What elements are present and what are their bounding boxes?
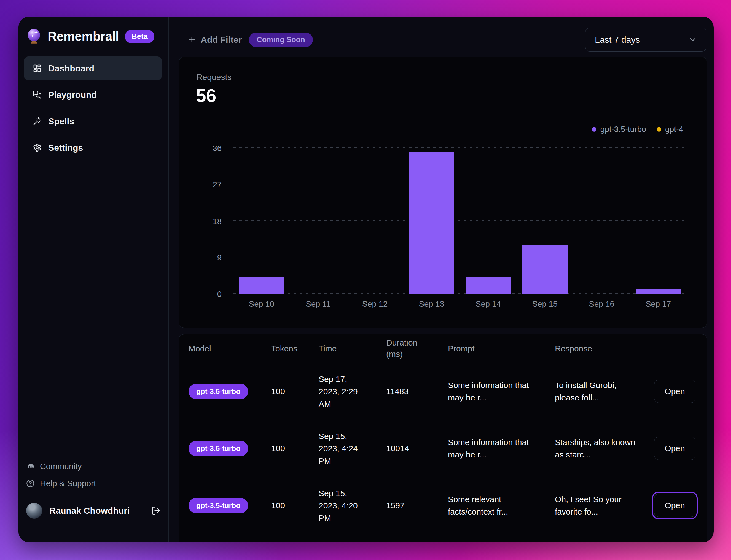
- model-badge: gpt-3.5-turbo: [189, 441, 248, 456]
- column-header-time: Time: [319, 344, 386, 353]
- duration-cell: 11483: [386, 387, 448, 396]
- add-filter-label: Add Filter: [201, 35, 242, 45]
- sidebar-item-label: Spells: [48, 116, 74, 126]
- spells-wand-icon: [33, 117, 42, 126]
- column-header-model: Model: [189, 344, 271, 353]
- model-badge: gpt-3.5-turbo: [189, 384, 248, 399]
- user-profile[interactable]: Raunak Chowdhuri: [26, 503, 161, 519]
- help-support-label: Help & Support: [40, 479, 96, 488]
- x-axis-tick: Sep 12: [346, 300, 403, 309]
- coming-soon-badge: Coming Soon: [249, 33, 313, 47]
- add-filter-button[interactable]: Add Filter: [187, 35, 242, 45]
- sidebar-item-settings[interactable]: Settings: [24, 136, 162, 160]
- bar-slot: [460, 148, 517, 294]
- prompt-cell: Some information that may be r...: [448, 436, 537, 461]
- x-axis-tick: Sep 15: [517, 300, 573, 309]
- open-button[interactable]: Open: [654, 437, 695, 460]
- x-axis-tick: Sep 10: [233, 300, 290, 309]
- sidebar-item-label: Dashboard: [48, 63, 94, 74]
- legend-label: gpt-3.5-turbo: [600, 125, 646, 134]
- legend-dot-purple: [592, 127, 596, 132]
- crystal-ball-logo: [26, 28, 42, 45]
- bar-slot: [290, 148, 347, 294]
- duration-cell: 1597: [386, 501, 448, 510]
- x-axis-tick: Sep 11: [290, 300, 347, 309]
- community-label: Community: [40, 462, 82, 471]
- beta-badge: Beta: [125, 30, 154, 43]
- app-window: Remembrall Beta Dashboard: [18, 17, 714, 542]
- sidebar-item-label: Settings: [48, 143, 83, 153]
- community-link[interactable]: Community: [26, 459, 96, 474]
- prompt-cell: Some relevant facts/context fr...: [448, 493, 537, 518]
- response-cell: Oh, I see! So your favorite fo...: [555, 493, 636, 518]
- sidebar-item-spells[interactable]: Spells: [24, 109, 162, 133]
- tokens-cell: 100: [271, 501, 319, 510]
- app-title: Remembrall: [48, 29, 119, 44]
- legend-label: gpt-4: [665, 125, 683, 134]
- sidebar-item-playground[interactable]: Playground: [24, 83, 162, 107]
- bar: [636, 289, 681, 294]
- help-support-link[interactable]: Help & Support: [26, 476, 96, 491]
- legend-item-gpt-4: gpt-4: [657, 125, 683, 134]
- prompt-cell: Some information that may be r...: [448, 379, 537, 404]
- duration-cell: 10014: [386, 444, 448, 453]
- x-axis-tick: Sep 17: [630, 300, 687, 309]
- bar: [409, 152, 454, 294]
- brand: Remembrall Beta: [26, 28, 154, 45]
- column-header-tokens: Tokens: [271, 344, 319, 353]
- chevron-down-icon: [689, 36, 697, 44]
- bar-slot: [403, 148, 460, 294]
- bars: [233, 148, 687, 294]
- table-header: Model Tokens Time Duration (ms) Prompt R…: [179, 334, 707, 363]
- x-axis-tick: Sep 16: [573, 300, 630, 309]
- bar-slot: [573, 148, 630, 294]
- discord-icon: [26, 462, 34, 470]
- column-header-duration: Duration (ms): [386, 337, 428, 360]
- bar: [522, 245, 568, 294]
- open-button[interactable]: Open: [654, 380, 695, 403]
- table-row: gpt-3.5-turbo 100 Sep 15, 2023, 4:20 PM …: [179, 477, 707, 534]
- y-axis-tick: 27: [189, 180, 222, 189]
- user-name: Raunak Chowdhuri: [49, 506, 144, 516]
- time-cell: Sep 15, 2023, 4:24 PM: [319, 430, 366, 467]
- time-cell: Sep 15, 2023, 4:20 PM: [319, 487, 366, 524]
- sidebar-footer-links: Community Help & Support: [26, 459, 96, 491]
- open-button-focused[interactable]: Open: [654, 494, 695, 517]
- y-axis-tick: 36: [189, 144, 222, 153]
- bar-slot: [346, 148, 403, 294]
- column-header-prompt: Prompt: [448, 344, 555, 353]
- date-range-value: Last 7 days: [595, 35, 640, 45]
- x-axis-tick: Sep 13: [403, 300, 460, 309]
- requests-metric-value: 56: [196, 85, 216, 106]
- chart-legend: gpt-3.5-turbo gpt-4: [592, 125, 683, 134]
- legend-dot-yellow: [657, 127, 661, 132]
- x-axis-labels: Sep 10 Sep 11 Sep 12 Sep 13 Sep 14 Sep 1…: [233, 300, 687, 309]
- table-row: gpt-3.5-turbo 100 Sep 15, 2023, 4:24 PM …: [179, 420, 707, 477]
- desktop-background: Remembrall Beta Dashboard: [0, 0, 731, 560]
- avatar: [26, 503, 42, 519]
- sidebar: Remembrall Beta Dashboard: [18, 17, 169, 542]
- sidebar-nav: Dashboard Playground: [24, 56, 162, 160]
- help-circle-icon: [26, 479, 34, 488]
- bar: [466, 277, 511, 294]
- plus-icon: [187, 35, 196, 44]
- y-axis-tick: 9: [189, 253, 222, 262]
- requests-table-card: Model Tokens Time Duration (ms) Prompt R…: [179, 334, 707, 542]
- bar-slot: [233, 148, 290, 294]
- date-range-select[interactable]: Last 7 days: [585, 28, 706, 52]
- bar-chart-plot: 0 9 18 27 36: [233, 148, 687, 294]
- requests-metric-label: Requests: [197, 72, 232, 82]
- tokens-cell: 100: [271, 444, 319, 453]
- response-cell: Starships, also known as starc...: [555, 436, 636, 461]
- playground-chat-icon: [33, 90, 42, 99]
- y-axis-tick: 0: [189, 290, 222, 299]
- x-axis-tick: Sep 14: [460, 300, 517, 309]
- time-cell: Sep 17, 2023, 2:29 AM: [319, 373, 366, 410]
- bar-slot: [517, 148, 573, 294]
- sidebar-item-dashboard[interactable]: Dashboard: [24, 56, 162, 80]
- logout-icon[interactable]: [151, 506, 161, 515]
- legend-item-gpt-35-turbo: gpt-3.5-turbo: [592, 125, 646, 134]
- y-axis-tick: 18: [189, 217, 222, 226]
- sidebar-item-label: Playground: [48, 90, 97, 100]
- bar: [239, 277, 284, 294]
